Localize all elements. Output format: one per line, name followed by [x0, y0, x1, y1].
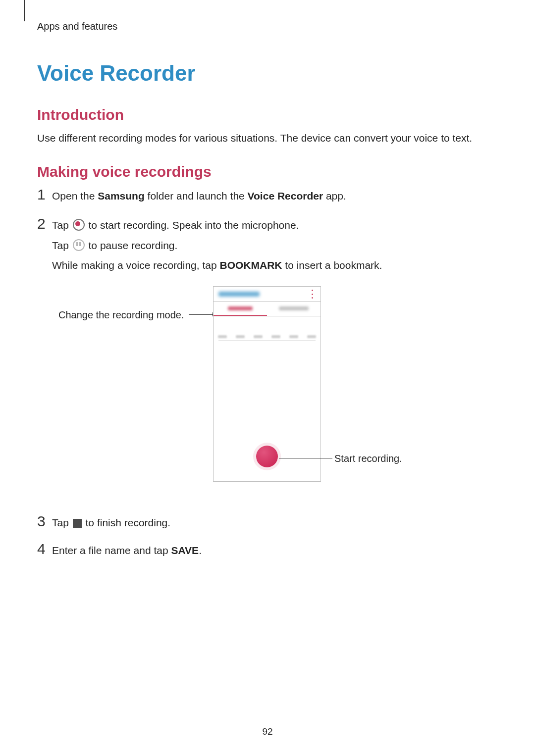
step-1: 1 Open the Samsung folder and launch the…: [37, 187, 498, 208]
step-2: 2 Tap to start recording. Speak into the…: [37, 216, 498, 277]
stop-icon: [73, 519, 82, 528]
step-number: 4: [37, 542, 52, 556]
text: Tap: [52, 517, 72, 528]
samsung-bold: Samsung: [98, 190, 145, 202]
device-header: [214, 287, 321, 302]
callout-text: Start recording.: [334, 453, 402, 464]
step-number: 3: [37, 514, 52, 529]
text: folder and launch the: [145, 190, 248, 202]
intro-paragraph: Use different recording modes for variou…: [37, 130, 498, 147]
page-margin-rule: [24, 0, 25, 21]
step-4: 4 Enter a file name and tap SAVE.: [37, 542, 498, 562]
step-number: 1: [37, 187, 52, 202]
step-body: Tap to finish recording.: [52, 514, 498, 535]
callout-line-right: [279, 458, 332, 458]
callout-line-left: [189, 314, 213, 315]
voice-recorder-bold: Voice Recorder: [248, 190, 323, 202]
device-mock: [213, 286, 321, 482]
device-timeline: [214, 316, 321, 351]
text: to insert a bookmark.: [282, 259, 382, 271]
text: app.: [323, 190, 346, 202]
text: Enter a file name and tap: [52, 545, 171, 556]
bookmark-bold: BOOKMARK: [220, 259, 282, 271]
text: Tap: [52, 219, 72, 231]
section-heading-making: Making voice recordings: [37, 163, 498, 180]
more-options-icon[interactable]: [309, 290, 316, 299]
record-icon: [73, 219, 85, 231]
text: While making a voice recording, tap: [52, 259, 220, 271]
step-number: 2: [37, 216, 52, 231]
timeline-ticks: [214, 335, 321, 338]
pause-icon: [73, 239, 85, 251]
device-figure: Change the recording mode.: [37, 286, 498, 494]
text: Tap: [52, 240, 72, 251]
manual-page: Apps and features Voice Recorder Introdu…: [0, 0, 535, 756]
section-heading-introduction: Introduction: [37, 106, 498, 123]
step-3: 3 Tap to finish recording.: [37, 514, 498, 535]
tab-speech-to-text[interactable]: [267, 302, 321, 316]
step-body: Enter a file name and tap SAVE.: [52, 542, 498, 562]
text: to start recording. Speak into the micro…: [86, 219, 299, 231]
breadcrumb: Apps and features: [37, 21, 498, 32]
text: .: [199, 545, 202, 556]
page-title: Voice Recorder: [37, 61, 498, 86]
callout-text: Change the recording mode.: [58, 309, 184, 321]
callout-change-mode: Change the recording mode.: [58, 308, 184, 321]
text: to pause recording.: [86, 240, 178, 251]
step-body: Tap to start recording. Speak into the m…: [52, 217, 498, 277]
tab-standard[interactable]: [214, 302, 267, 316]
save-bold: SAVE: [171, 545, 199, 556]
text: Open the: [52, 190, 98, 202]
device-title-blur: [218, 292, 260, 297]
callout-start-recording: Start recording.: [334, 452, 402, 465]
record-button[interactable]: [256, 446, 278, 467]
recording-mode-tabs[interactable]: [214, 302, 321, 316]
step-body: Open the Samsung folder and launch the V…: [52, 188, 498, 208]
page-number: 92: [0, 726, 535, 737]
text: to finish recording.: [83, 517, 170, 528]
